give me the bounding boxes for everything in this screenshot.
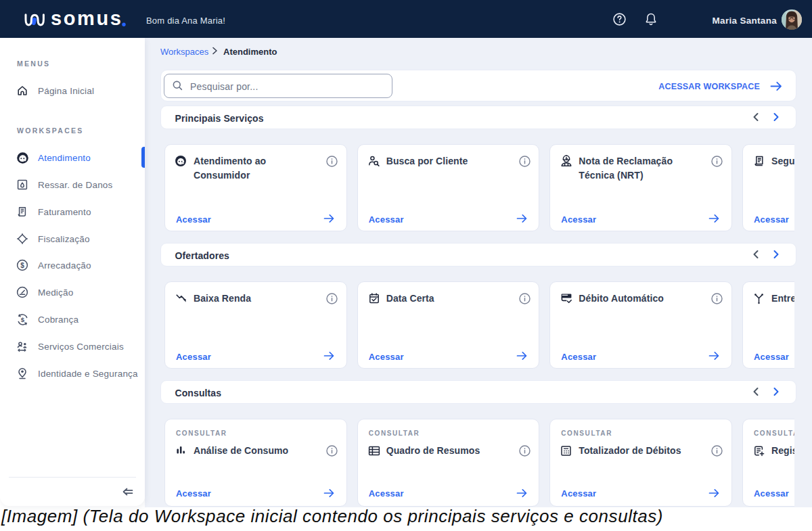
svg-text:$: $ — [21, 315, 25, 323]
svg-text:somus: somus — [51, 9, 122, 29]
svg-text:$: $ — [20, 262, 24, 269]
